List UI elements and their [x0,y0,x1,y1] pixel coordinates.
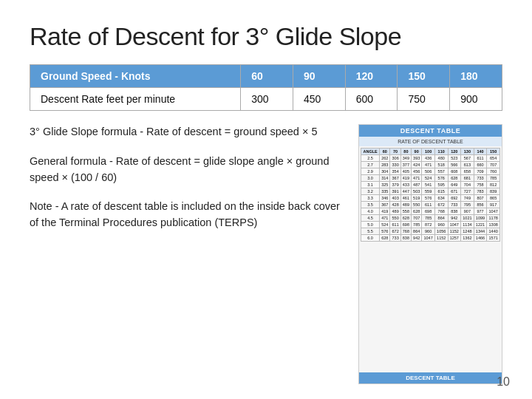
text-content: 3° Glide Slope formula - Rate of descent… [30,124,344,384]
mini-cell-12-8: 1362 [461,235,474,242]
mini-cell-7-4: 550 [412,202,422,208]
mini-cell-8-10: 1047 [487,208,500,215]
mini-cell-4-10: 812 [487,182,500,188]
mini-cell-3-6: 576 [434,175,448,182]
mini-table-row: 3.3346403461519576634692749807865 [361,195,500,202]
image-subheader: RATE OF DESCENT TABLE [359,137,502,146]
mini-cell-5-10: 839 [487,188,500,195]
row-label: Descent Rate feet per minute [30,88,241,111]
mini-cell-0-10: 654 [487,155,500,162]
mini-cell-9-0: 4.5 [361,215,380,222]
mini-cell-10-5: 872 [422,222,435,228]
mini-cell-0-9: 611 [474,155,487,162]
mini-cell-12-1: 628 [380,235,390,242]
mini-header-5: 100 [422,149,435,155]
mini-descent-table: ANGLE60708090100110120130140150 2.526230… [361,148,500,242]
mini-cell-2-10: 760 [487,168,500,175]
mini-cell-1-1: 283 [380,162,390,168]
page-number: 10 [497,375,510,389]
header-label: Ground Speed - Knots [30,65,241,88]
mini-cell-11-2: 672 [390,228,400,235]
mini-cell-10-2: 611 [390,222,400,228]
mini-cell-6-2: 403 [390,195,400,202]
mini-cell-11-1: 576 [380,228,390,235]
mini-cell-5-7: 671 [448,188,461,195]
mini-cell-0-2: 306 [390,155,400,162]
mini-cell-4-1: 325 [380,182,390,188]
mini-cell-8-7: 838 [448,208,461,215]
mini-cell-6-1: 346 [380,195,390,202]
mini-cell-3-2: 367 [390,175,400,182]
mini-cell-12-9: 1466 [474,235,487,242]
mini-cell-3-1: 314 [380,175,390,182]
mini-cell-10-10: 1308 [487,222,500,228]
mini-cell-9-3: 628 [400,215,411,222]
mini-cell-5-8: 727 [461,188,474,195]
mini-cell-1-3: 377 [400,162,411,168]
mini-cell-3-9: 733 [474,175,487,182]
mini-cell-12-10: 1571 [487,235,500,242]
mini-table-row: 3.2335391447503559615671727783839 [361,188,500,195]
mini-cell-11-7: 1152 [448,228,461,235]
mini-cell-4-8: 704 [461,182,474,188]
header-speed-90: 90 [293,65,345,88]
mini-cell-5-4: 503 [412,188,422,195]
mini-cell-1-0: 2.7 [361,162,380,168]
mini-cell-6-6: 634 [434,195,448,202]
image-header: DESCENT TABLE [359,125,502,137]
mini-cell-1-8: 613 [461,162,474,168]
mini-cell-12-6: 1152 [434,235,448,242]
table-data-row: Descent Rate feet per minute300450600750… [30,88,502,111]
header-speed-150: 150 [398,65,450,88]
mini-cell-8-0: 4.0 [361,208,380,215]
mini-cell-9-6: 864 [434,215,448,222]
formula2-text: General formula - Rate of descent = glid… [30,154,344,186]
mini-cell-9-7: 942 [448,215,461,222]
mini-header-4: 90 [412,149,422,155]
mini-cell-7-0: 3.5 [361,202,380,208]
mini-cell-5-9: 783 [474,188,487,195]
mini-cell-8-9: 977 [474,208,487,215]
mini-cell-12-0: 6.0 [361,235,380,242]
mini-cell-11-8: 1248 [461,228,474,235]
mini-cell-0-4: 393 [412,155,422,162]
mini-cell-11-9: 1344 [474,228,487,235]
mini-cell-3-7: 628 [448,175,461,182]
table-header-row: Ground Speed - Knots6090120150180 [30,65,502,88]
mini-cell-9-9: 1099 [474,215,487,222]
mini-cell-0-7: 523 [448,155,461,162]
mini-cell-8-5: 698 [422,208,435,215]
mini-cell-8-6: 768 [434,208,448,215]
mini-header-0: ANGLE [361,149,380,155]
mini-cell-9-5: 785 [422,215,435,222]
mini-cell-12-7: 1257 [448,235,461,242]
mini-cell-1-10: 707 [487,162,500,168]
page: Rate of Descent for 3° Glide Slope Groun… [0,0,532,399]
mini-table-row: 3.0314367419471524576628681733785 [361,175,500,182]
mini-header-8: 130 [461,149,474,155]
mini-header-9: 140 [474,149,487,155]
row-value-4: 750 [398,88,450,111]
mini-cell-4-9: 758 [474,182,487,188]
mini-cell-2-0: 2.9 [361,168,380,175]
mini-cell-2-2: 354 [390,168,400,175]
image-body: ANGLE60708090100110120130140150 2.526230… [359,146,502,372]
mini-cell-10-7: 1047 [448,222,461,228]
mini-cell-11-3: 768 [400,228,411,235]
mini-cell-11-4: 864 [412,228,422,235]
mini-cell-0-6: 480 [434,155,448,162]
mini-cell-4-5: 541 [422,182,435,188]
mini-cell-2-7: 608 [448,168,461,175]
mini-cell-2-9: 709 [474,168,487,175]
note-text: Note - A rate of descent table is includ… [30,199,344,231]
row-value-5: 900 [450,88,502,111]
mini-cell-1-7: 566 [448,162,461,168]
mini-cell-9-1: 471 [380,215,390,222]
mini-cell-1-9: 660 [474,162,487,168]
mini-table-row: 2.5262306349393436480523567611654 [361,155,500,162]
mini-cell-9-2: 550 [390,215,400,222]
mini-cell-1-6: 518 [434,162,448,168]
mini-table-row: 3.1325379433487541595649704758812 [361,182,500,188]
mini-cell-0-1: 262 [380,155,390,162]
mini-table-row: 4.04194895586286987688389079771047 [361,208,500,215]
